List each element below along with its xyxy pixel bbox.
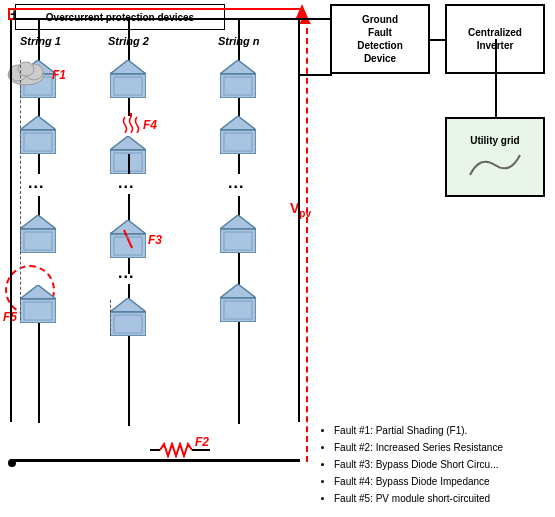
fault-list: Fault #1: Partial Shading (F1). Fault #2… [320,422,503,507]
svg-marker-16 [110,60,146,74]
svg-marker-39 [220,284,256,298]
bot-left-dot [8,459,16,467]
s1-bottom-wire [38,323,40,423]
svg-rect-17 [110,74,146,98]
svg-rect-8 [20,130,56,154]
fault-item-3: Fault #3: Bypass Diode Short Circu... [334,456,503,473]
f2-label: F2 [195,435,209,449]
svg-marker-10 [20,215,56,229]
sn-module3 [220,215,256,253]
s2-wire4 [128,258,130,274]
bot-bus [10,459,300,461]
s1-left-dashed [20,60,22,320]
svg-marker-23 [110,220,146,234]
s1-module3 [20,215,56,253]
s1-wire1 [38,98,40,116]
sn-wire1 [238,98,240,116]
left-main-wire [10,20,12,422]
right-to-gfdd-bot [300,74,332,76]
string1-label: String 1 [20,35,61,47]
svg-rect-14 [20,299,56,323]
inv-to-utility-wire [495,39,497,119]
s2-module3 [110,220,146,258]
svg-rect-34 [220,130,256,154]
sn-dots: ... [228,174,244,192]
sn-wire4 [238,253,240,285]
fault-item-1: Fault #1: Partial Shading (F1). [334,422,503,439]
svg-marker-20 [110,136,146,150]
svg-marker-13 [20,285,56,299]
svg-marker-27 [110,298,146,312]
f1-label: F1 [52,68,66,82]
s1-dots: ... [28,174,44,192]
s2-dots: ... [118,174,134,192]
diagram-area: + Overcurrent protection devices String … [0,0,555,517]
svg-marker-30 [220,60,256,74]
f4-coil [122,113,140,135]
red-top-horiz [8,8,300,10]
f3-label: F3 [148,233,162,247]
svg-rect-37 [220,229,256,253]
gfdd-to-inv-wire [430,39,445,41]
s2-wire2 [128,154,130,174]
svg-marker-7 [20,116,56,130]
s1-module4 [20,285,56,323]
vpv-label: Vpv [290,200,311,219]
s1-module2 [20,116,56,154]
fault-item-4: Fault #4: Bypass Diode Impedance [334,473,503,490]
sn-wire2 [238,154,240,174]
s2-wire3 [128,194,130,222]
svg-rect-31 [220,74,256,98]
s2-dots2: ... [118,264,134,282]
s2-module4 [110,298,146,336]
s1-wire3 [38,196,40,216]
gfdd-box: GroundFaultDetectionDevice [330,4,430,74]
sn-wire3 [238,196,240,216]
top-bus-line [10,18,300,20]
f4-label: F4 [143,118,157,132]
sn-bottom-wire [238,322,240,424]
svg-marker-36 [220,215,256,229]
top-to-gfdd [300,18,334,20]
sn-module1 [220,60,256,98]
sn-module2 [220,116,256,154]
sn-module4 [220,284,256,322]
s1-wire2 [38,154,40,174]
svg-marker-33 [220,116,256,130]
utility-box: Utility grid [445,117,545,197]
svg-rect-28 [110,312,146,336]
s2-right-dashed [110,300,112,336]
fault-item-2: Fault #2: Increased Series Resistance [334,439,503,456]
right-main-wire [298,20,300,422]
svg-rect-40 [220,298,256,322]
fault-item-5: Fault #5: PV module short-circuited [334,490,503,507]
s2-bottom-wire [128,336,130,426]
vpv-dashed-line [306,18,308,462]
s2-module1 [110,60,146,98]
svg-rect-11 [20,229,56,253]
